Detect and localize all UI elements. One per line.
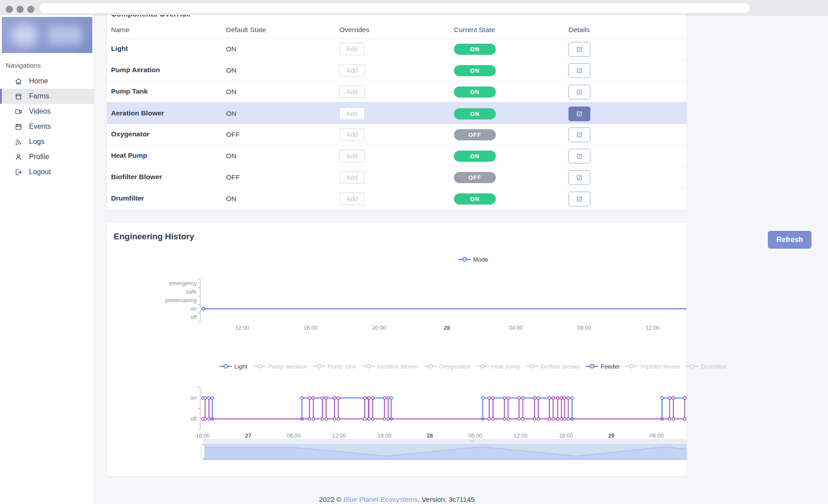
window-close-icon[interactable] <box>6 6 13 13</box>
legend-item-pump-aeration[interactable]: Pump aeration <box>253 363 307 370</box>
window-controls[interactable] <box>6 6 34 13</box>
edit-icon <box>576 131 583 139</box>
svg-text:27: 27 <box>245 433 251 439</box>
add-override-button[interactable]: Add <box>339 193 365 205</box>
table-row: LightONAddON <box>107 38 687 60</box>
components-history-chart: onoff18:002706:0012:0018:002806:0012:001… <box>107 372 687 476</box>
app-logo <box>2 17 92 53</box>
edit-icon <box>576 152 583 160</box>
sidebar-item-label: Logout <box>29 168 51 176</box>
legend-item-pump-tank[interactable]: Pump tank <box>313 363 357 370</box>
brush-selection[interactable] <box>203 444 687 460</box>
sidebar-item-videos[interactable]: Videos <box>0 104 94 119</box>
sidebar-item-profile[interactable]: Profile <box>0 149 94 164</box>
footer-copyright: 2022 © <box>319 496 344 503</box>
svg-text:06:00: 06:00 <box>650 433 663 439</box>
window-minimize-icon[interactable] <box>16 6 24 13</box>
default-state-value: ON <box>226 88 236 96</box>
component-name: Oxygenator <box>111 130 149 138</box>
table-row: Pump AerationONAddON <box>107 60 687 81</box>
add-override-button[interactable]: Add <box>339 150 365 162</box>
table-row: Heat PumpONAddON <box>107 145 687 167</box>
svg-text:29: 29 <box>608 433 614 439</box>
table-row: DrumfilterONAddON <box>107 188 687 209</box>
edit-icon <box>576 110 583 118</box>
legend-label: Drumfilter <box>701 363 727 370</box>
legend-item-oxygenator[interactable]: Oxygenator <box>424 363 470 370</box>
legend-item-feeder[interactable]: Feeder <box>586 363 620 370</box>
legend-label: Pump tank <box>328 363 357 370</box>
svg-text:16:00: 16:00 <box>304 325 317 331</box>
url-bar[interactable] <box>40 3 750 13</box>
current-state-badge: OFF <box>454 129 496 140</box>
add-override-button[interactable]: Add <box>339 128 365 141</box>
svg-text:04:00: 04:00 <box>509 325 523 331</box>
svg-text:18:00: 18:00 <box>559 433 573 439</box>
add-override-button[interactable]: Add <box>339 107 365 120</box>
components-override-title: Components Override <box>111 15 191 19</box>
table-row: Pump TankONAddON <box>107 81 687 102</box>
mode-history-chart: emergencysafepowersavingonoff12:0016:002… <box>107 250 687 350</box>
current-state-badge: ON <box>454 65 496 76</box>
add-override-button[interactable]: Add <box>339 86 365 98</box>
details-edit-button[interactable] <box>568 42 590 57</box>
sidebar-item-logs[interactable]: Logs <box>0 134 94 149</box>
component-name: Light <box>111 45 128 53</box>
components-chart-legend: LightPump aerationPump tankAeration blow… <box>203 362 744 371</box>
brush-pan-track[interactable] <box>203 439 687 443</box>
svg-text:on: on <box>190 395 197 401</box>
add-override-button[interactable]: Add <box>339 171 365 184</box>
details-edit-button[interactable] <box>568 127 590 142</box>
default-state-value: OFF <box>226 131 240 139</box>
svg-text:on: on <box>190 306 197 312</box>
legend-item-light[interactable]: Light <box>219 363 247 370</box>
svg-text:safe: safe <box>186 289 197 295</box>
legend-item-biofilter-blower[interactable]: Biofilter blower <box>526 363 581 370</box>
svg-text:08:00: 08:00 <box>577 325 591 331</box>
svg-text:12:00: 12:00 <box>235 325 249 331</box>
default-state-value: ON <box>226 66 236 74</box>
sidebar-item-label: Events <box>29 123 51 131</box>
column-header-details: Details <box>568 26 589 34</box>
legend-item-heat-pump[interactable]: Heat pump <box>476 363 520 370</box>
edit-icon <box>576 67 583 74</box>
component-name: Pump Aeration <box>111 66 160 74</box>
legend-label: Oxygenator <box>439 363 470 370</box>
details-edit-button[interactable] <box>568 170 590 185</box>
default-state-value: ON <box>226 110 236 118</box>
profile-icon <box>14 153 23 161</box>
home-icon <box>14 77 23 86</box>
edit-icon <box>576 45 583 53</box>
details-edit-button[interactable] <box>568 63 590 78</box>
default-state-value: ON <box>226 152 236 160</box>
events-icon <box>14 123 23 131</box>
add-override-button[interactable]: Add <box>339 64 365 77</box>
table-row: Aeration BlowerONAddON <box>107 102 687 124</box>
videos-icon <box>14 107 23 116</box>
details-edit-button[interactable] <box>568 107 590 121</box>
default-state-value: ON <box>226 195 236 203</box>
current-state-badge: OFF <box>454 172 496 183</box>
refresh-button[interactable]: Refresh <box>768 231 812 249</box>
add-override-button[interactable]: Add <box>339 43 365 55</box>
sidebar-item-home[interactable]: Home <box>0 74 94 89</box>
legend-item-impeller-feeder[interactable]: Impeller feeder <box>626 363 680 370</box>
sidebar-item-farms[interactable]: Farms <box>0 89 94 104</box>
details-edit-button[interactable] <box>568 85 590 99</box>
sidebar-item-label: Home <box>29 77 48 85</box>
legend-item-drumfilter[interactable]: Drumfilter <box>686 363 727 370</box>
svg-text:emergency: emergency <box>169 280 197 287</box>
sidebar-item-logout[interactable]: Logout <box>0 164 94 180</box>
logo-blob <box>11 24 38 46</box>
sidebar-item-events[interactable]: Events <box>0 119 94 134</box>
legend-marker-icon <box>626 364 638 369</box>
table-row: OxygenatorOFFAddOFF <box>107 124 687 145</box>
legend-label: Impeller feeder <box>640 363 680 370</box>
details-edit-button[interactable] <box>568 149 590 164</box>
brush-handle-left[interactable] <box>201 445 205 459</box>
details-edit-button[interactable] <box>568 192 590 206</box>
footer-company-link[interactable]: Blue Planet Ecosystems <box>343 496 418 503</box>
window-maximize-icon[interactable] <box>27 6 34 13</box>
legend-marker-icon <box>686 364 699 369</box>
legend-item-aeration-blower[interactable]: Aeration blower <box>362 363 419 370</box>
